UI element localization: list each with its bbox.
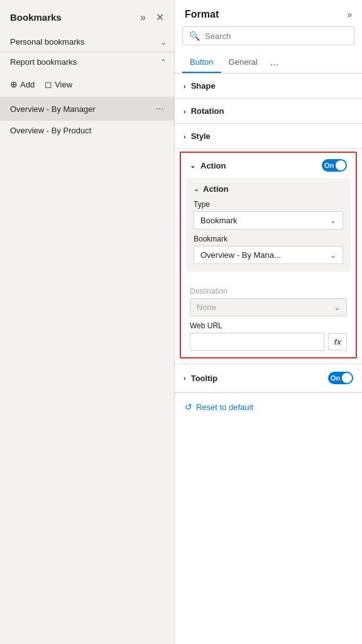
reset-row[interactable]: ↺ Reset to default	[175, 392, 362, 421]
destination-value: None	[197, 303, 216, 312]
tab-general[interactable]: General	[221, 52, 265, 73]
tooltip-section-header[interactable]: › Tooltip On	[175, 364, 362, 392]
web-url-input[interactable]	[190, 333, 324, 351]
action-section-header[interactable]: ⌄ Action On	[181, 153, 356, 178]
search-icon: 🔍	[189, 31, 200, 41]
shape-chevron-icon: ›	[184, 82, 186, 90]
report-bookmarks-chevron: ⌃	[160, 58, 167, 67]
bookmark-label: Bookmark	[194, 235, 343, 243]
add-bookmark-label: Add	[20, 80, 35, 89]
destination-dropdown-arrow: ⌄	[334, 303, 340, 312]
style-section-title: › Style	[184, 131, 211, 141]
web-url-row: fx	[190, 333, 347, 351]
action-inner-panel: ⌄ Action Type Bookmark ⌄ Bookmark Overvi…	[186, 178, 351, 272]
close-icon: ✕	[156, 11, 164, 23]
reset-label: Reset to default	[196, 402, 253, 412]
extra-fields: Destination None ⌄ Web URL fx	[181, 277, 356, 357]
tooltip-section-title: › Tooltip	[184, 374, 217, 383]
bookmark-dropdown-arrow: ⌄	[330, 251, 336, 260]
style-chevron-icon: ›	[184, 133, 186, 140]
rotation-section: › Rotation	[175, 99, 362, 124]
bookmark-item-0-menu[interactable]: ···	[153, 102, 167, 116]
bookmark-list: Overview - By Manager ··· Overview - By …	[0, 97, 174, 644]
expand-panel-button[interactable]: »	[138, 11, 148, 25]
action-chevron-icon: ⌄	[190, 162, 195, 170]
action-toggle-knob	[336, 160, 346, 170]
report-bookmarks-row[interactable]: Report bookmarks ⌃	[0, 52, 174, 72]
bookmark-value: Overview - By Mana...	[200, 250, 281, 260]
tab-more[interactable]: ...	[265, 52, 283, 73]
type-dropdown-arrow: ⌄	[330, 216, 336, 225]
type-label: Type	[194, 200, 343, 209]
add-bookmark-button[interactable]: ⊕ Add	[5, 75, 40, 93]
fx-button[interactable]: fx	[328, 333, 347, 350]
tabs-row: Button General ...	[175, 52, 362, 74]
personal-bookmarks-row[interactable]: Personal bookmarks ⌄	[0, 32, 174, 52]
bookmark-item-0-label: Overview - By Manager	[10, 104, 153, 114]
bookmark-actions: ⊕ Add ◻ View	[0, 72, 174, 97]
destination-label: Destination	[190, 287, 347, 296]
left-panel: Bookmarks » ✕ Personal bookmarks ⌄ Repor…	[0, 0, 175, 644]
action-inner-title: Action	[203, 184, 228, 194]
rotation-section-title: › Rotation	[184, 106, 224, 116]
action-section-title: ⌄ Action	[190, 161, 226, 170]
view-bookmark-icon: ◻	[45, 79, 52, 89]
tooltip-toggle-label: On	[331, 374, 340, 382]
search-box: 🔍	[182, 26, 354, 45]
right-panel: Format » 🔍 Button General ... › Shape ›	[175, 0, 362, 644]
tooltip-toggle-knob	[342, 373, 352, 383]
right-panel-title: Format	[185, 9, 219, 20]
shape-section-header[interactable]: › Shape	[175, 74, 362, 98]
tooltip-section: › Tooltip On	[175, 364, 362, 392]
search-input[interactable]	[205, 31, 348, 41]
style-section-header[interactable]: › Style	[175, 124, 362, 148]
reset-icon: ↺	[185, 402, 192, 412]
tooltip-chevron-icon: ›	[184, 374, 186, 382]
right-header: Format »	[175, 0, 362, 26]
destination-dropdown[interactable]: None ⌄	[190, 298, 347, 316]
type-value: Bookmark	[200, 216, 238, 225]
style-section: › Style	[175, 124, 362, 149]
action-inner-header: ⌄ Action	[194, 184, 343, 194]
bookmark-item-1[interactable]: Overview - By Product	[0, 121, 174, 140]
bookmark-item-0[interactable]: Overview - By Manager ···	[0, 97, 174, 121]
shape-section: › Shape	[175, 74, 362, 99]
close-panel-button[interactable]: ✕	[153, 10, 167, 25]
expand-icon: »	[140, 12, 146, 23]
bookmark-item-1-label: Overview - By Product	[10, 126, 167, 135]
web-url-label: Web URL	[190, 321, 347, 330]
action-toggle-label: On	[324, 162, 334, 169]
panel-header: Bookmarks » ✕	[0, 0, 174, 32]
action-section-outer: ⌄ Action On ⌄ Action Type Bookmark ⌄ Boo…	[180, 152, 357, 358]
header-icons: » ✕	[138, 10, 167, 25]
shape-section-title: › Shape	[184, 81, 216, 91]
type-dropdown[interactable]: Bookmark ⌄	[194, 211, 343, 230]
rotation-section-header[interactable]: › Rotation	[175, 99, 362, 123]
personal-bookmarks-label: Personal bookmarks	[10, 37, 85, 47]
personal-bookmarks-chevron: ⌄	[160, 38, 167, 47]
report-bookmarks-label: Report bookmarks	[10, 57, 77, 67]
action-inner-chevron: ⌄	[194, 185, 199, 193]
right-expand-icon[interactable]: »	[347, 9, 352, 19]
add-bookmark-icon: ⊕	[10, 79, 18, 89]
bookmark-dropdown[interactable]: Overview - By Mana... ⌄	[194, 246, 343, 264]
view-bookmark-button[interactable]: ◻ View	[40, 75, 77, 93]
tooltip-toggle[interactable]: On	[328, 372, 353, 384]
rotation-chevron-icon: ›	[184, 108, 186, 115]
action-toggle[interactable]: On	[322, 159, 347, 172]
view-bookmark-label: View	[55, 80, 72, 89]
panel-title: Bookmarks	[10, 12, 62, 23]
tab-button[interactable]: Button	[182, 52, 221, 73]
